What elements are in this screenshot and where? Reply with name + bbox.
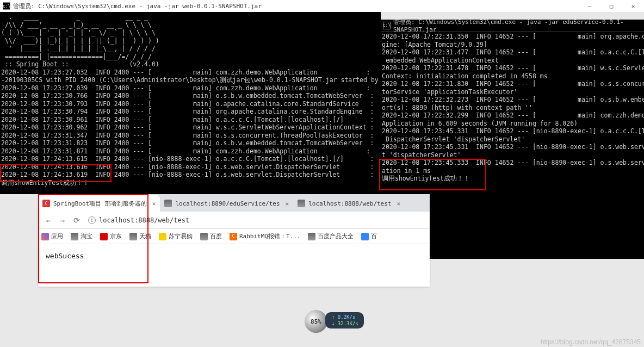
tab-bar: C SpringBoot项目 部署到服务器的 ✕ localhost:8890/… bbox=[38, 194, 430, 212]
tab-label: localhost:8890/eduService/tes bbox=[175, 200, 280, 207]
suning-icon bbox=[159, 233, 166, 240]
address-bar-row: ← → ⟳ i localhost:8888/web/test bbox=[38, 212, 430, 229]
csdn-icon: C bbox=[230, 233, 237, 240]
cmd-icon: c:\ bbox=[3, 2, 10, 10]
close-icon[interactable]: ✕ bbox=[286, 200, 289, 207]
bookmark-baidu[interactable]: 百度 bbox=[200, 232, 222, 240]
download-speed: ↓ 32.3K/s bbox=[332, 320, 358, 327]
bookmark-tmall[interactable]: 天猫 bbox=[129, 232, 151, 240]
globe-icon bbox=[129, 233, 137, 240]
log-line: 2020-12-08 17:23:27.032 INFO 2400 --- [ … bbox=[1, 69, 370, 76]
apps-icon bbox=[41, 233, 49, 240]
upload-speed: ↑ 0.2K/s bbox=[332, 314, 358, 320]
watermark: https://blog.csdn.net/qq_42875345 bbox=[541, 338, 641, 346]
tab-label: SpringBoot项目 部署到服务器的 bbox=[53, 200, 147, 208]
globe-icon bbox=[298, 200, 305, 207]
bookmark-bai[interactable]: 百 bbox=[361, 232, 377, 240]
window-minimize[interactable]: — bbox=[579, 0, 600, 12]
forward-button[interactable]: → bbox=[55, 213, 70, 227]
close-icon[interactable]: ✕ bbox=[397, 200, 401, 207]
tab-springboot[interactable]: C SpringBoot项目 部署到服务器的 ✕ bbox=[38, 195, 160, 212]
terminal-right-titlebar[interactable]: c:\ 管理员: C:\Windows\System32\cmd.exe - j… bbox=[381, 20, 644, 32]
window-close[interactable]: ✕ bbox=[622, 0, 644, 12]
globe-icon bbox=[71, 233, 78, 240]
network-speed-widget[interactable]: 85% ↑ 0.2K/s ↓ 32.3K/s bbox=[305, 310, 370, 333]
csdn-icon: C bbox=[42, 200, 50, 207]
browser-window: C SpringBoot项目 部署到服务器的 ✕ localhost:8890/… bbox=[38, 194, 430, 287]
page-content: webSucess bbox=[38, 244, 430, 268]
speed-readout: ↑ 0.2K/s ↓ 32.3K/s bbox=[325, 312, 364, 329]
bookmark-jd[interactable]: 京东 bbox=[100, 232, 122, 240]
jd-icon bbox=[100, 233, 108, 240]
bookmark-suning[interactable]: 苏宁易购 bbox=[159, 232, 193, 240]
response-text: webSucess bbox=[46, 252, 84, 260]
terminal-left[interactable]: . ____ _ __ _ _ /\\ / ___'_ __ _ _(_)_ _… bbox=[0, 12, 381, 194]
main-window-titlebar: c:\ 管理员: C:\Windows\System32\cmd.exe - j… bbox=[0, 0, 644, 12]
ascii-art: . ____ _ __ _ _ bbox=[1, 13, 148, 21]
apps-button[interactable]: 应用 bbox=[41, 232, 63, 240]
speed-ball[interactable]: 85% bbox=[305, 310, 327, 333]
globe-icon bbox=[308, 233, 315, 240]
log-line: 2020-12-08 17:22:31.350 INFO 14652 --- [… bbox=[382, 33, 644, 40]
bookmarks-bar: 应用 淘宝 京东 天猫 苏宁易购 百度 CRabbitMQ报错：T... 百度产… bbox=[38, 229, 430, 244]
address-bar[interactable]: i localhost:8888/web/test bbox=[84, 214, 426, 227]
bookmark-rabbitmq[interactable]: CRabbitMQ报错：T... bbox=[230, 232, 300, 240]
main-window-title: 管理员: C:\Windows\System32\cmd.exe - java … bbox=[13, 2, 579, 10]
terminal-right-title: 管理员: C:\Windows\System32\cmd.exe - java … bbox=[393, 18, 642, 33]
bookmark-baidu-products[interactable]: 百度产品大全 bbox=[308, 232, 354, 240]
tab-eduservice[interactable]: localhost:8890/eduService/tes ✕ bbox=[160, 195, 293, 212]
tab-web-test[interactable]: localhost:8888/web/test ✕ bbox=[293, 195, 405, 212]
close-icon[interactable]: ✕ bbox=[152, 200, 156, 207]
cmd-icon: c:\ bbox=[383, 22, 391, 29]
window-maximize[interactable]: ▢ bbox=[600, 0, 622, 12]
globe-icon bbox=[200, 233, 208, 240]
globe-icon bbox=[164, 200, 172, 207]
terminal-right[interactable]: 2020-12-08 17:22:31.350 INFO 14652 --- [… bbox=[381, 32, 644, 183]
success-msg: 调用showEntiyTest成功！！ bbox=[382, 175, 470, 182]
url-text: localhost:8888/web/test bbox=[99, 216, 189, 224]
reload-button[interactable]: ⟳ bbox=[70, 213, 84, 227]
back-button[interactable]: ← bbox=[41, 213, 55, 227]
tab-label: localhost:8888/web/test bbox=[308, 200, 391, 207]
bookmark-taobao[interactable]: 淘宝 bbox=[71, 232, 92, 240]
site-info-icon[interactable]: i bbox=[88, 216, 96, 224]
success-msg: 调用showEntiyTest成功！！ bbox=[1, 179, 89, 187]
baidu-icon bbox=[361, 233, 369, 240]
